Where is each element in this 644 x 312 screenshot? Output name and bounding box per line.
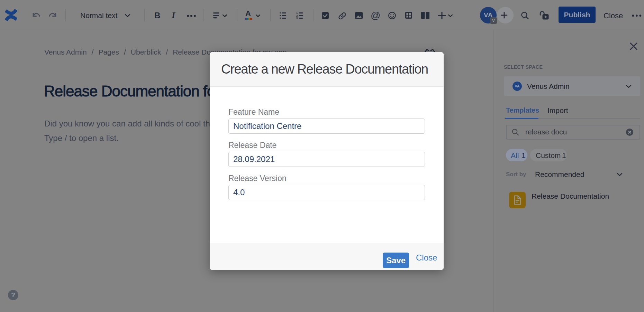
svg-text:3: 3 xyxy=(296,17,298,19)
